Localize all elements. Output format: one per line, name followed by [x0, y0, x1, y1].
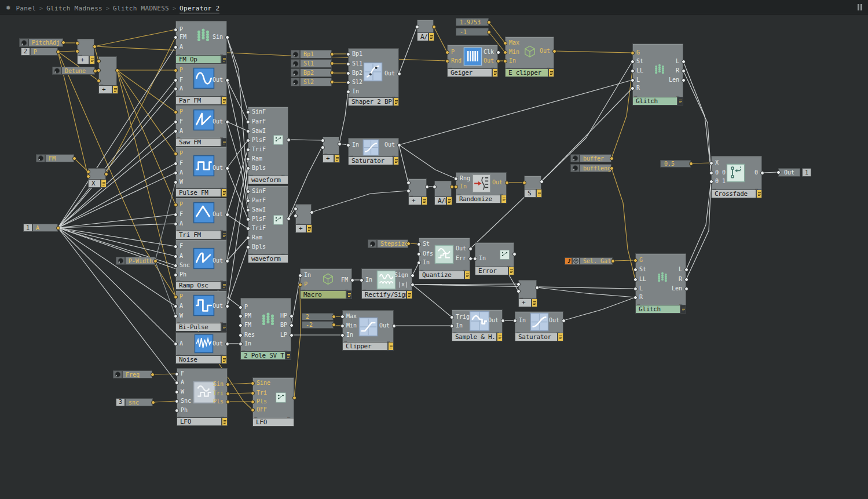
terminal-p-const[interactable]: P [30, 48, 58, 56]
port-out-x-waveform-selector-2[interactable] [287, 217, 291, 221]
port-in-Snc-ramp-osc[interactable] [174, 264, 178, 268]
port-in-A-fm-op[interactable] [174, 45, 178, 49]
wire[interactable] [686, 182, 711, 279]
port-in-In-clipper[interactable] [340, 333, 345, 337]
properties-grip-icon[interactable] [285, 352, 291, 360]
module-quantize-label[interactable]: Quantize [419, 271, 464, 279]
module-saturator-2-label[interactable]: Saturator [515, 333, 558, 341]
port-in-x-add-1[interactable] [75, 49, 79, 53]
port-in-x-add-2[interactable] [97, 68, 101, 72]
module-crossfade-label[interactable]: Crossfade [711, 190, 756, 198]
knob-icon[interactable] [19, 38, 28, 47]
port-out-x-add-4[interactable] [310, 210, 314, 214]
wire[interactable] [153, 401, 177, 402]
wire[interactable] [227, 159, 248, 261]
knob-icon[interactable] [368, 239, 377, 248]
wire[interactable] [683, 71, 711, 173]
module-saturator-1-label[interactable]: Saturator [348, 157, 393, 165]
port-in-P-saw-fm[interactable] [174, 110, 178, 114]
wire[interactable] [155, 261, 175, 316]
port-in-A-ramp-osc[interactable] [174, 254, 178, 258]
module-geiger-label[interactable]: Geiger [447, 69, 492, 77]
port-in-x-add-5[interactable] [406, 189, 411, 193]
port-out-bp1-input[interactable] [330, 52, 334, 56]
module-waveform-selector-2-label[interactable]: waveform [248, 255, 288, 263]
properties-grip-icon[interactable] [532, 299, 537, 307]
port-in-x-add-3[interactable] [321, 139, 325, 143]
terminal-sl1-input[interactable]: Sl1 [300, 59, 332, 68]
port-in-In-quantize[interactable] [417, 261, 421, 265]
properties-grip-icon[interactable] [221, 282, 227, 290]
wire[interactable] [312, 191, 408, 212]
port-in-x-add-2[interactable] [97, 79, 101, 83]
module-shaper-2-bp-label[interactable]: Shaper 2 BP [348, 98, 393, 106]
wire[interactable] [399, 145, 456, 179]
port-in-x-add-5[interactable] [406, 181, 411, 185]
value-display-p-const[interactable]: 2 [21, 48, 30, 56]
port-out-snc-const[interactable] [151, 400, 155, 405]
knob-icon[interactable] [116, 257, 125, 265]
port-in-In-saturator-2[interactable] [513, 319, 517, 323]
properties-grip-icon[interactable] [497, 333, 503, 341]
port-in-In-rectify-sign[interactable] [360, 278, 364, 282]
knob-icon[interactable] [291, 68, 300, 77]
port-in-PM-two-pole-sv-t[interactable] [239, 314, 243, 318]
port-in-P-tri-fm[interactable] [174, 203, 178, 207]
properties-grip-icon[interactable] [221, 56, 227, 64]
module-ae-1-label[interactable]: A/E [417, 33, 428, 41]
properties-grip-icon[interactable] [548, 69, 554, 77]
knob-icon[interactable] [291, 78, 300, 86]
module-add-3-label[interactable]: + [323, 155, 334, 163]
port-out-fm-input[interactable] [72, 156, 76, 161]
wire[interactable] [58, 228, 175, 246]
knob-icon[interactable] [113, 370, 122, 378]
port-in-P-macro[interactable] [298, 283, 302, 287]
port-in-Bp2-shaper-2-bp[interactable] [346, 71, 350, 75]
wire[interactable] [399, 27, 417, 74]
terminal-audio-out[interactable]: Out [778, 168, 800, 177]
port-out-HP-two-pole-sv-t[interactable] [290, 314, 294, 318]
properties-grip-icon[interactable] [536, 190, 542, 198]
terminal-detune-input[interactable]: Detune [61, 67, 95, 75]
properties-grip-icon[interactable] [221, 231, 227, 239]
port-in-Bpls-waveform-selector-2[interactable] [246, 245, 250, 249]
port-out-x-s-module[interactable] [540, 180, 544, 184]
port-in-Rng-randomize[interactable] [454, 177, 458, 181]
port-out-Out-saturator-2[interactable] [562, 319, 566, 323]
wire[interactable] [58, 131, 175, 228]
port-in-FM-two-pole-sv-t[interactable] [239, 323, 243, 327]
port-out-sl1-input[interactable] [330, 61, 334, 65]
knob-icon[interactable] [291, 59, 300, 68]
module-ae-1[interactable] [417, 20, 434, 33]
port-out-value-neg-1[interactable] [487, 30, 491, 34]
wire[interactable] [58, 228, 177, 383]
module-e-clipper-label[interactable]: E clipper [505, 69, 548, 77]
port-in-Ram-waveform-selector-2[interactable] [246, 236, 250, 240]
port-out-Sin-lfo-1[interactable] [226, 383, 230, 387]
wire[interactable] [58, 228, 175, 306]
module-add-4-label[interactable]: + [295, 225, 306, 233]
value-display-value-neg-1[interactable]: -1 [456, 28, 489, 36]
port-in-TriF-waveform-selector-2[interactable] [246, 227, 250, 231]
terminal-bp2-input[interactable]: Bp2 [300, 68, 332, 77]
port-out-stepsize-input[interactable] [406, 242, 411, 246]
module-s-module-label[interactable]: S [524, 190, 536, 198]
breadcrumb-item-glitch-madness[interactable]: Glitch MADNESS [113, 5, 169, 12]
module-glitch-1-label[interactable]: Glitch [632, 97, 677, 105]
terminal-freq-input[interactable]: Freq [122, 370, 152, 378]
module-ae-2-label[interactable]: A/E [434, 197, 446, 205]
port-out-Out-noise[interactable] [225, 342, 229, 346]
port-in-x-ae-2[interactable] [433, 185, 437, 189]
wire[interactable] [152, 374, 177, 374]
port-in-Max-e-clipper[interactable] [503, 41, 507, 45]
wire[interactable] [399, 80, 632, 145]
port-in-Ph-ramp-osc[interactable] [174, 273, 178, 277]
properties-grip-icon[interactable] [221, 139, 227, 147]
port-out-Len-glitch-2[interactable] [684, 287, 688, 291]
properties-grip-icon[interactable] [508, 267, 514, 275]
properties-grip-icon[interactable] [306, 225, 312, 233]
port-out-x-add-1[interactable] [93, 45, 97, 49]
port-in-F-pulse-fm[interactable] [174, 162, 178, 166]
port-out-R-glitch-1[interactable] [682, 69, 686, 73]
wire[interactable] [339, 92, 348, 144]
